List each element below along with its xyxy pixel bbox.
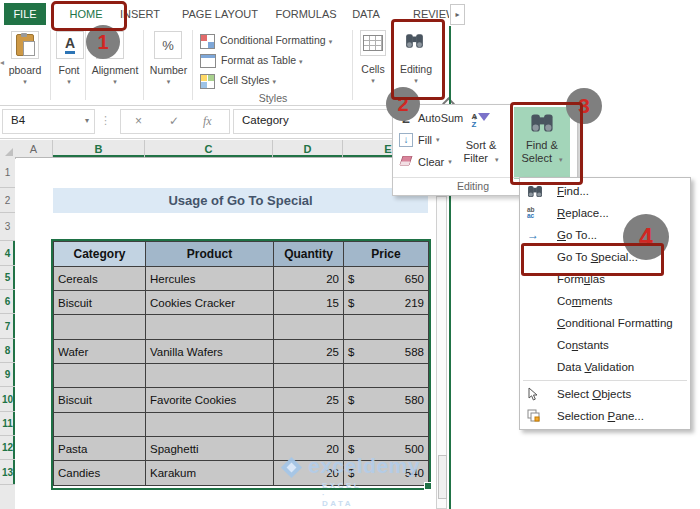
table-cell[interactable]: $219: [344, 291, 429, 315]
table-cell[interactable]: Hercules: [146, 267, 274, 291]
enter-icon[interactable]: ✓: [169, 114, 179, 128]
row-header-8[interactable]: 8: [0, 339, 15, 363]
number-group-label[interactable]: Number: [145, 64, 192, 77]
menu-item-selection-pane[interactable]: Selection Pane...: [520, 405, 690, 427]
alignment-group-label[interactable]: Alignment: [87, 64, 143, 77]
table-cell[interactable]: [344, 315, 429, 340]
menu-item-find[interactable]: Find...: [520, 180, 690, 202]
column-header-B[interactable]: B: [53, 140, 145, 158]
scrollbar-thumb[interactable]: [438, 455, 447, 499]
menu-item-constants[interactable]: Constants: [520, 334, 690, 356]
menu-item-conditional-formatting[interactable]: Conditional Formatting: [520, 312, 690, 334]
table-cell[interactable]: Wafer: [54, 340, 146, 364]
table-header-product[interactable]: Product: [146, 242, 274, 267]
row-header-7[interactable]: 7: [0, 314, 15, 339]
menu-item-select-objects[interactable]: Select Objects: [520, 383, 690, 405]
table-cell[interactable]: [54, 413, 146, 437]
find-select-button[interactable]: Find & Select ▾: [514, 107, 570, 179]
tab-overflow-icon[interactable]: ▸: [450, 4, 465, 25]
fill-button[interactable]: ↓ Fill ▾: [398, 130, 440, 150]
table-cell[interactable]: $588: [344, 340, 429, 364]
select-all-corner[interactable]: [0, 140, 16, 159]
table-cell[interactable]: 20: [274, 267, 344, 291]
column-header-C[interactable]: C: [145, 140, 273, 158]
font-dropdown-icon[interactable]: ▾: [52, 78, 86, 86]
table-header-category[interactable]: Category: [54, 242, 146, 267]
alignment-dropdown-icon[interactable]: ▾: [87, 78, 143, 86]
fill-handle[interactable]: [424, 482, 432, 490]
row-header-3[interactable]: 3: [0, 213, 15, 241]
cells-group-label[interactable]: Cells: [354, 63, 392, 76]
format-as-table-button[interactable]: Format as Table▾: [200, 51, 303, 69]
table-cell[interactable]: [146, 315, 274, 340]
menu-item-replace[interactable]: abacReplace...: [520, 202, 690, 224]
menu-item-comments[interactable]: Comments: [520, 290, 690, 312]
row-header-2[interactable]: 2: [0, 188, 15, 213]
tab-review[interactable]: REVIEW: [413, 3, 449, 25]
column-header-D[interactable]: D: [273, 140, 343, 158]
tab-formulas[interactable]: FORMULAS: [275, 3, 337, 25]
table-cell[interactable]: Biscuit: [54, 388, 146, 413]
cells-dropdown-icon[interactable]: ▾: [354, 77, 392, 85]
tab-file[interactable]: FILE: [4, 3, 46, 25]
table-cell[interactable]: [274, 364, 344, 388]
table-cell[interactable]: 15: [274, 291, 344, 315]
row-header-11[interactable]: 11: [0, 412, 15, 436]
name-box-dropdown-icon[interactable]: ▾: [85, 116, 89, 125]
table-cell[interactable]: $650: [344, 267, 429, 291]
tab-data[interactable]: DATA: [348, 3, 384, 25]
clipboard-dropdown-icon[interactable]: ▾: [0, 78, 50, 86]
table-cell[interactable]: [54, 315, 146, 340]
menu-item-data-validation[interactable]: Data Validation: [520, 356, 690, 378]
cells-button[interactable]: [360, 30, 386, 56]
cancel-icon[interactable]: ×: [135, 114, 142, 128]
row-header-10[interactable]: 10: [0, 387, 15, 412]
name-box[interactable]: B4 ▾: [2, 109, 95, 134]
row-header-9[interactable]: 9: [0, 363, 15, 387]
table-cell[interactable]: [274, 315, 344, 340]
table-cell[interactable]: [274, 413, 344, 437]
vertical-scrollbar[interactable]: [436, 196, 447, 509]
clipboard-group-label[interactable]: pboard: [0, 64, 50, 77]
table-cell[interactable]: [344, 364, 429, 388]
conditional-formatting-button[interactable]: Conditional Formatting▾: [200, 31, 332, 49]
row-header-1[interactable]: 1: [0, 158, 15, 188]
table-cell[interactable]: Spaghetti: [146, 437, 274, 461]
number-format-button[interactable]: %: [154, 31, 182, 59]
table-cell[interactable]: Favorite Cookies: [146, 388, 274, 413]
tab-insert[interactable]: INSERT: [114, 3, 166, 25]
table-cell[interactable]: Vanilla Wafers: [146, 340, 274, 364]
table-cell[interactable]: [146, 413, 274, 437]
number-dropdown-icon[interactable]: ▾: [145, 78, 192, 86]
editing-button[interactable]: [402, 30, 426, 54]
clear-dropdown-icon[interactable]: ▾: [448, 158, 452, 166]
table-cell[interactable]: Candies: [54, 461, 146, 486]
tab-home[interactable]: HOME: [55, 3, 117, 25]
table-header-price[interactable]: Price: [344, 242, 429, 267]
clear-button[interactable]: Clear ▾: [398, 152, 452, 172]
sort-filter-button[interactable]: AZ Sort & Filter ▾: [453, 107, 509, 179]
table-cell[interactable]: Cereals: [54, 267, 146, 291]
table-cell[interactable]: Pasta: [54, 437, 146, 461]
table-cell[interactable]: Cookies Cracker: [146, 291, 274, 315]
menu-item-formulas[interactable]: Formulas: [520, 268, 690, 290]
editing-group-label[interactable]: Editing: [394, 63, 438, 76]
table-cell[interactable]: [146, 364, 274, 388]
table-cell[interactable]: 25: [274, 388, 344, 413]
table-cell[interactable]: Karakum: [146, 461, 274, 486]
paste-button[interactable]: [11, 31, 39, 59]
row-header-4[interactable]: 4: [0, 241, 15, 266]
tab-page-layout[interactable]: PAGE LAYOUT: [182, 3, 258, 25]
table-cell[interactable]: [344, 413, 429, 437]
row-header-12[interactable]: 12: [0, 436, 15, 460]
font-button[interactable]: A: [56, 31, 84, 59]
cell-styles-button[interactable]: Cell Styles▾: [200, 71, 276, 89]
font-group-label[interactable]: Font: [52, 64, 86, 77]
insert-function-icon[interactable]: fx: [203, 114, 212, 129]
column-header-A[interactable]: A: [15, 140, 53, 158]
row-header-6[interactable]: 6: [0, 290, 15, 314]
row-header-13[interactable]: 13: [0, 460, 15, 485]
fill-dropdown-icon[interactable]: ▾: [436, 136, 440, 144]
row-header-5[interactable]: 5: [0, 266, 15, 290]
table-cell[interactable]: $580: [344, 388, 429, 413]
